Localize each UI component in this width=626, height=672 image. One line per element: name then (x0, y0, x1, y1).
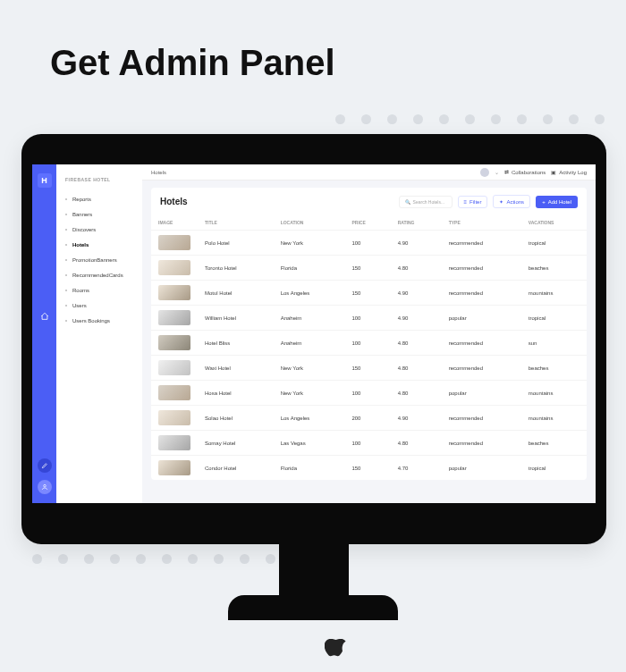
cell-vacations: beaches (521, 431, 587, 456)
hotel-thumbnail (158, 360, 190, 375)
cell-type: recommended (442, 231, 521, 256)
activity-log-link[interactable]: ▣ Activity Log (551, 169, 587, 175)
cell-price: 200 (344, 406, 390, 431)
cell-title: Hosa Hotel (198, 381, 274, 406)
cell-rating: 4.80 (391, 356, 442, 381)
hotel-thumbnail (158, 435, 190, 450)
cell-rating: 4.90 (391, 406, 442, 431)
actions-icon: ✦ (499, 198, 503, 205)
table-row[interactable]: Motul HotelLos Angeles1504.90recommended… (151, 281, 587, 306)
table-row[interactable]: William HotelAnaheim1004.90populartropic… (151, 306, 587, 331)
cell-type: popular (442, 456, 521, 481)
cell-type: recommended (442, 281, 521, 306)
nav-dot-icon (65, 274, 67, 276)
hotel-thumbnail (158, 310, 190, 325)
sidebar-item-reports[interactable]: Reports (65, 191, 142, 206)
table-row[interactable]: Hotel BlissAnaheim1004.80recommendedsun (151, 331, 587, 356)
icon-rail: H (32, 164, 56, 503)
chevron-down-icon[interactable]: ⌄ (495, 169, 499, 175)
search-icon: 🔍 (405, 199, 410, 205)
sidebar-item-hotels[interactable]: Hotels (65, 237, 142, 252)
app-screen: H FIREBASE HOTEL ReportsBannersDiscovers… (32, 164, 596, 503)
cell-price: 100 (344, 431, 390, 456)
decorative-dots-top (335, 114, 605, 124)
filter-button[interactable]: ≡ Filter (458, 196, 488, 208)
hotel-thumbnail (158, 460, 190, 475)
cell-price: 150 (344, 256, 390, 281)
sidebar-item-rooms[interactable]: Rooms (65, 282, 142, 298)
hotel-thumbnail (158, 260, 190, 275)
table-row[interactable]: Solao HotelLos Angeles2004.90recommended… (151, 406, 587, 431)
sidebar-item-users[interactable]: Users (65, 298, 142, 313)
cell-location: New York (274, 356, 345, 381)
hotel-thumbnail (158, 285, 190, 300)
actions-button[interactable]: ✦ Actions (493, 195, 530, 208)
hotel-thumbnail (158, 385, 190, 400)
breadcrumb: Hotels (151, 170, 166, 175)
sidebar-item-promotionbanners[interactable]: PromotionBanners (65, 252, 142, 267)
activity-icon: ▣ (551, 169, 556, 175)
cell-vacations: mountains (521, 406, 587, 431)
column-header: LOCATION (274, 215, 345, 231)
cell-vacations: mountains (521, 281, 587, 306)
cell-location: New York (274, 381, 345, 406)
cell-type: popular (442, 381, 521, 406)
sidebar-item-label: RecommendedCards (72, 273, 123, 278)
cell-location: Los Angeles (274, 406, 345, 431)
cell-vacations: sun (521, 331, 587, 356)
cell-rating: 4.80 (391, 331, 442, 356)
table-row[interactable]: Toronto HotelFlorida1504.80recommendedbe… (151, 256, 587, 281)
filter-icon: ≡ (464, 199, 468, 205)
cell-rating: 4.80 (391, 431, 442, 456)
column-header: RATING (391, 215, 442, 231)
cell-vacations: tropical (521, 306, 587, 331)
monitor-stand-base (228, 595, 398, 620)
column-header: PRICE (344, 215, 390, 231)
hotel-thumbnail (158, 235, 190, 250)
sidebar-item-label: Reports (72, 197, 91, 202)
cell-rating: 4.70 (391, 456, 442, 481)
nav-dot-icon (65, 244, 67, 246)
sidebar-item-banners[interactable]: Banners (65, 206, 142, 222)
cell-title: Solao Hotel (198, 406, 274, 431)
cell-rating: 4.80 (391, 381, 442, 406)
table-row[interactable]: Hosa HotelNew York1004.80popularmountain… (151, 381, 587, 406)
table-row[interactable]: Somay HotelLas Vegas1004.80recommendedbe… (151, 431, 587, 456)
cell-rating: 4.90 (391, 306, 442, 331)
sidebar-item-discovers[interactable]: Discovers (65, 222, 142, 237)
add-hotel-button[interactable]: + Add Hotel (536, 196, 578, 208)
nav-dot-icon (65, 259, 67, 261)
sidebar-item-users-bookings[interactable]: Users Bookings (65, 313, 142, 328)
page-title: Get Admin Panel (50, 43, 335, 83)
column-header: IMAGE (151, 215, 198, 231)
cell-location: Los Angeles (274, 281, 345, 306)
hotels-panel: Hotels 🔍 Search Hotels... ≡ Filter (151, 188, 587, 480)
cell-title: Waxi Hotel (198, 356, 274, 381)
edit-icon[interactable] (38, 458, 52, 473)
cell-price: 100 (344, 331, 390, 356)
sidebar-item-label: PromotionBanners (72, 257, 117, 263)
avatar[interactable] (480, 168, 489, 177)
cell-rating: 4.90 (391, 281, 442, 306)
sidebar-item-recommendedcards[interactable]: RecommendedCards (65, 267, 142, 282)
sidebar-item-label: Rooms (72, 288, 89, 293)
cell-title: Polo Hotel (198, 231, 274, 256)
sidebar-item-label: Discovers (72, 227, 96, 232)
home-icon[interactable] (38, 309, 52, 323)
panel-title: Hotels (160, 197, 188, 206)
nav-dot-icon (65, 229, 67, 231)
cell-price: 150 (344, 281, 390, 306)
cell-vacations: tropical (521, 231, 587, 256)
cell-location: Florida (274, 256, 345, 281)
table-row[interactable]: Polo HotelNew York1004.90recommendedtrop… (151, 231, 587, 256)
search-input[interactable]: 🔍 Search Hotels... (399, 196, 453, 208)
table-row[interactable]: Condor HotelFlorida1504.70populartropica… (151, 456, 587, 481)
user-icon[interactable] (38, 480, 52, 494)
table-row[interactable]: Waxi HotelNew York1504.80recommendedbeac… (151, 356, 587, 381)
nav-dot-icon (65, 305, 67, 307)
cell-price: 100 (344, 231, 390, 256)
app-logo[interactable]: H (38, 173, 52, 188)
collaborations-link[interactable]: ⇄ Collaborations (504, 169, 546, 175)
cell-type: recommended (442, 256, 521, 281)
brand-label: FIREBASE HOTEL (65, 177, 142, 182)
